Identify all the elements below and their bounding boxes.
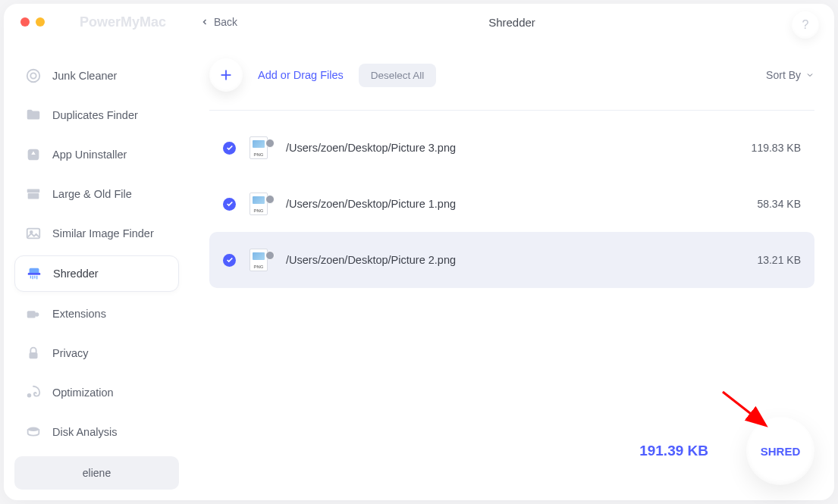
check-icon [226,200,234,208]
chevron-left-icon [200,17,209,27]
svg-rect-5 [27,229,40,239]
svg-point-16 [27,393,32,398]
lock-icon [25,345,42,362]
sidebar-item-label: Privacy [52,347,89,359]
page-title: Shredder [488,16,535,29]
file-checkbox[interactable] [223,254,236,267]
svg-rect-8 [28,273,41,275]
svg-rect-7 [30,268,39,274]
sort-label: Sort By [766,69,801,81]
file-path: /Users/zoen/Desktop/Picture 3.png [286,142,719,154]
help-button[interactable]: ? [792,11,819,39]
app-icon [25,146,42,163]
file-size: 119.83 KB [733,142,801,154]
add-files-label[interactable]: Add or Drag Files [258,69,344,81]
file-row[interactable]: /Users/zoen/Desktop/Picture 2.png 13.21 … [209,232,814,288]
png-file-icon [250,249,272,271]
sidebar-item-junk-cleaner[interactable]: Junk Cleaner [14,58,179,93]
toolbar: Add or Drag Files Deselect All Sort By [209,58,814,92]
file-size: 58.34 KB [733,198,801,210]
svg-point-0 [27,70,40,83]
sidebar-item-label: Junk Cleaner [52,70,117,82]
chevron-down-icon [805,70,814,80]
sidebar-item-app-uninstaller[interactable]: App Uninstaller [14,137,179,172]
swirl-icon [25,384,42,401]
disk-icon [25,424,42,440]
window-controls [20,17,45,27]
image-icon [25,225,42,242]
svg-rect-4 [28,193,39,199]
svg-rect-15 [30,352,38,358]
shred-label: SHRED [761,445,801,458]
close-window-button[interactable] [20,17,30,27]
question-icon: ? [802,18,809,32]
sidebar-item-privacy[interactable]: Privacy [14,336,179,371]
svg-point-14 [35,312,39,317]
png-file-icon [250,136,272,159]
file-row[interactable]: /Users/zoen/Desktop/Picture 3.png 119.83… [209,120,814,176]
sidebar-item-label: Disk Analysis [52,426,117,438]
sidebar-item-label: Optimization [52,387,114,399]
archive-icon [25,186,42,202]
file-path: /Users/zoen/Desktop/Picture 1.png [286,198,719,210]
sidebar-item-disk-analysis[interactable]: Disk Analysis [14,415,179,449]
sidebar-item-label: Shredder [53,268,99,280]
svg-rect-13 [27,311,36,318]
back-button[interactable]: Back [200,16,237,28]
add-files-button[interactable] [209,58,243,92]
png-file-icon [250,193,272,215]
shred-button[interactable]: SHRED [746,417,814,485]
svg-point-17 [28,427,39,432]
app-window: PowerMyMac Junk Cleaner Duplicates Finde… [4,4,834,500]
file-row[interactable]: /Users/zoen/Desktop/Picture 1.png 58.34 … [209,176,814,232]
shredder-icon [26,265,42,282]
sidebar-item-label: Extensions [52,308,106,320]
file-size: 13.21 KB [733,254,801,266]
deselect-all-button[interactable]: Deselect All [359,64,437,87]
main-panel: Back Shredder ? Add or Drag Files Desele… [190,4,834,500]
topbar: Back Shredder ? [209,4,814,42]
file-checkbox[interactable] [223,142,236,155]
target-icon [25,67,42,84]
sort-by-button[interactable]: Sort By [766,69,814,81]
sidebar-item-label: Similar Image Finder [52,227,154,239]
file-checkbox[interactable] [223,198,236,211]
back-label: Back [214,16,237,28]
sidebar-item-extensions[interactable]: Extensions [14,296,179,331]
sidebar-item-duplicates-finder[interactable]: Duplicates Finder [14,98,179,133]
sidebar-item-large-old-file[interactable]: Large & Old File [14,177,179,211]
user-account-button[interactable]: eliene [14,456,179,490]
total-size: 191.39 KB [639,443,708,459]
folder-icon [25,107,42,124]
svg-rect-3 [27,189,40,193]
check-icon [226,256,234,264]
file-list: /Users/zoen/Desktop/Picture 3.png 119.83… [209,120,814,288]
sidebar: PowerMyMac Junk Cleaner Duplicates Finde… [4,4,190,500]
user-name: eliene [83,467,111,479]
sidebar-nav: Junk Cleaner Duplicates Finder App Unins… [14,58,179,449]
sidebar-item-shredder[interactable]: Shredder [14,255,179,292]
sidebar-item-label: Large & Old File [52,188,132,200]
sidebar-item-similar-image-finder[interactable]: Similar Image Finder [14,216,179,251]
svg-point-1 [30,73,36,78]
check-icon [226,144,234,152]
puzzle-icon [25,305,42,322]
footer: 191.39 KB SHRED [639,417,814,485]
toolbar-divider [209,110,814,111]
sidebar-item-label: Duplicates Finder [52,109,138,121]
sidebar-item-optimization[interactable]: Optimization [14,375,179,410]
sidebar-item-label: App Uninstaller [52,149,127,161]
plus-icon [218,67,234,83]
app-brand: PowerMyMac [80,14,166,30]
file-path: /Users/zoen/Desktop/Picture 2.png [286,254,719,266]
minimize-window-button[interactable] [36,17,45,27]
